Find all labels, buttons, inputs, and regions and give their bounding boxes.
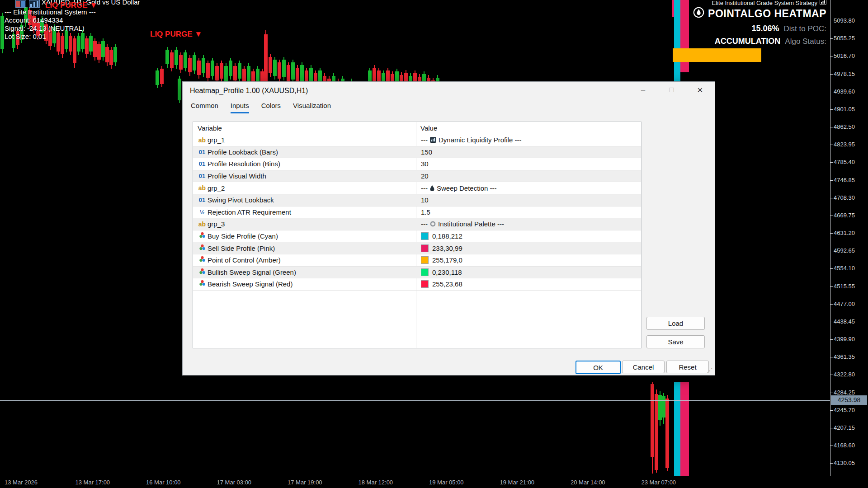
tab-common[interactable]: Common xyxy=(191,102,218,113)
candle xyxy=(113,44,117,66)
color-swatch[interactable] xyxy=(421,280,429,288)
param-name-cell[interactable]: Point of Control (Amber) xyxy=(193,254,416,266)
table-row[interactable]: Point of Control (Amber)255,179,0 xyxy=(193,254,641,267)
table-row[interactable]: Buy Side Profile (Cyan)0,188,212 xyxy=(193,230,641,243)
table-row[interactable]: ½Rejection ATR Requirement1.5 xyxy=(193,206,641,219)
ok-button[interactable]: OK xyxy=(576,361,621,374)
param-value: 255,179,0 xyxy=(432,256,462,264)
table-row[interactable]: abgrp_2--- Sweep Detection --- xyxy=(193,182,641,194)
param-name-cell[interactable]: 01Swing Pivot Lookback xyxy=(193,194,416,206)
candle-body xyxy=(85,38,89,54)
param-value-cell[interactable]: 1.5 xyxy=(416,206,641,218)
close-button[interactable]: × xyxy=(689,82,711,98)
param-value: 150 xyxy=(421,148,432,156)
param-value-cell[interactable]: 255,23,68 xyxy=(416,278,641,290)
cancel-button[interactable]: Cancel xyxy=(622,361,665,373)
candle xyxy=(178,76,181,103)
time-axis[interactable]: 13 Mar 202613 Mar 17:0016 Mar 10:0017 Ma… xyxy=(0,476,868,488)
price-tick-label: 4631.20 xyxy=(834,230,855,237)
candle-body xyxy=(658,395,662,420)
candle xyxy=(193,52,196,74)
table-row[interactable]: 01Profile Visual Width20 xyxy=(193,170,641,183)
maximize-button[interactable]: □ xyxy=(661,82,682,98)
param-value-cell[interactable]: 233,30,99 xyxy=(416,242,641,254)
table-row[interactable]: 01Profile Resolution (Bins)30 xyxy=(193,158,641,170)
param-value-cell[interactable]: --- Institutional Palette --- xyxy=(416,218,641,230)
candle xyxy=(160,66,164,87)
reset-button[interactable]: Reset xyxy=(666,361,709,373)
candle-body xyxy=(184,52,187,68)
candle xyxy=(109,47,113,69)
param-name-cell[interactable]: ½Rejection ATR Requirement xyxy=(193,206,416,218)
time-tick-label: 13 Mar 2026 xyxy=(5,479,38,486)
color-swatch[interactable] xyxy=(421,232,429,240)
param-value-cell[interactable]: 20 xyxy=(416,170,641,182)
table-row[interactable]: abgrp_3--- Institutional Palette --- xyxy=(193,218,641,230)
integer-type-icon: 01 xyxy=(197,197,208,203)
table-row[interactable]: Bearish Sweep Signal (Red)255,23,68 xyxy=(193,278,641,291)
param-name-cell[interactable]: 01Profile Lookback (Bars) xyxy=(193,146,416,158)
candle xyxy=(291,60,295,83)
param-name-cell[interactable]: Bullish Sweep Signal (Green) xyxy=(193,267,416,278)
table-row[interactable]: 01Swing Pivot Lookback10 xyxy=(193,194,641,206)
price-tick-label: 5093.80 xyxy=(834,17,855,24)
profile-bar xyxy=(673,48,761,62)
tab-visualization[interactable]: Visualization xyxy=(293,102,331,113)
group-decor: --- xyxy=(421,184,428,192)
table-row[interactable]: abgrp_1--- Dynamic Liquidity Profile --- xyxy=(193,134,641,146)
param-name: Profile Resolution (Bins) xyxy=(208,160,280,168)
load-button[interactable]: Load xyxy=(646,317,705,330)
param-name-cell[interactable]: Bearish Sweep Signal (Red) xyxy=(193,278,416,290)
double-type-icon: ½ xyxy=(197,209,208,216)
candle-body xyxy=(105,47,109,62)
price-tick-label: 4207.15 xyxy=(834,424,855,432)
tab-colors[interactable]: Colors xyxy=(261,102,281,113)
resize-grip[interactable]: ⋰ xyxy=(707,367,713,374)
param-name-cell[interactable]: 01Profile Resolution (Bins) xyxy=(193,158,416,170)
param-name: Swing Pivot Lookback xyxy=(208,196,274,204)
param-value-cell[interactable]: 10 xyxy=(416,194,641,206)
table-row[interactable]: Sell Side Profile (Pink)233,30,99 xyxy=(193,242,641,254)
price-tick-label: 4168.60 xyxy=(834,442,855,449)
param-value: Sweep Detection --- xyxy=(437,184,497,192)
param-name-cell[interactable]: Buy Side Profile (Cyan) xyxy=(193,230,416,242)
color-wheel-icon xyxy=(197,244,208,253)
param-value-cell[interactable]: 255,179,0 xyxy=(416,254,641,266)
param-value-cell[interactable]: --- Dynamic Liquidity Profile --- xyxy=(416,134,641,146)
param-value: 0,188,212 xyxy=(432,232,462,240)
candle xyxy=(220,61,223,82)
color-wheel-icon xyxy=(197,232,208,240)
param-name-cell[interactable]: abgrp_1 xyxy=(193,134,416,146)
time-tick-label: 17 Mar 19:00 xyxy=(288,479,322,486)
save-button[interactable]: Save xyxy=(646,335,705,348)
candle-body xyxy=(97,44,101,60)
table-row[interactable]: 01Profile Lookback (Bars)150 xyxy=(193,146,641,159)
price-tick-label: 4399.90 xyxy=(834,336,855,343)
param-value-cell[interactable]: 0,188,212 xyxy=(416,230,641,242)
string-type-icon: ab xyxy=(197,184,208,192)
tab-inputs[interactable]: Inputs xyxy=(231,102,249,113)
param-name-cell[interactable]: Sell Side Profile (Pink) xyxy=(193,242,416,254)
parameters-table[interactable]: Variable Value abgrp_1--- Dynamic Liquid… xyxy=(193,122,642,348)
candle xyxy=(269,54,272,77)
time-tick-label: 13 Mar 17:00 xyxy=(75,479,110,486)
param-name-cell[interactable]: abgrp_2 xyxy=(193,182,416,194)
param-name-cell[interactable]: abgrp_3 xyxy=(193,218,416,230)
color-swatch[interactable] xyxy=(421,256,429,264)
liq-purge-label: LIQ PURGE ▼ xyxy=(45,1,97,10)
param-name-cell[interactable]: 01Profile Visual Width xyxy=(193,170,416,182)
param-name: Profile Visual Width xyxy=(208,172,266,180)
candle xyxy=(188,55,192,76)
table-row[interactable]: Bullish Sweep Signal (Green)0,230,118 xyxy=(193,267,641,279)
minimize-button[interactable]: – xyxy=(632,82,654,98)
color-swatch[interactable] xyxy=(421,244,429,252)
param-value-cell[interactable]: 150 xyxy=(416,146,641,158)
group-decor: --- xyxy=(421,220,428,228)
param-value-cell[interactable]: --- Sweep Detection --- xyxy=(416,182,641,194)
param-value-cell[interactable]: 30 xyxy=(416,158,641,170)
color-swatch[interactable] xyxy=(421,268,429,276)
param-name: grp_1 xyxy=(208,136,225,144)
candle xyxy=(651,382,654,474)
current-price-badge: 4253.98 xyxy=(831,395,867,405)
param-value-cell[interactable]: 0,230,118 xyxy=(416,267,641,278)
